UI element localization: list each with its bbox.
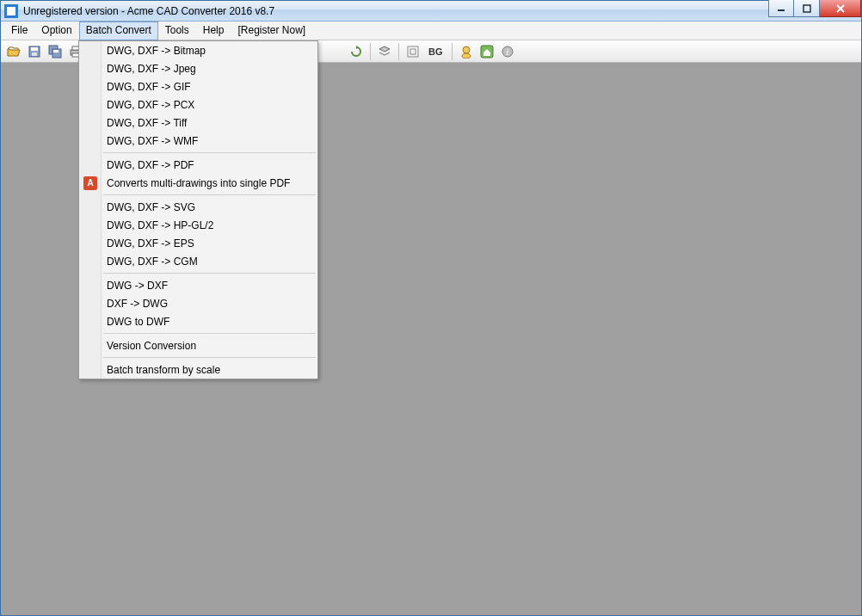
minimize-button[interactable] xyxy=(768,0,794,17)
dd-dwg-dxf-cgm[interactable]: DWG, DXF -> CGM xyxy=(79,252,317,270)
dd-dwg-dxf-tiff[interactable]: DWG, DXF -> Tiff xyxy=(79,114,317,132)
home-button[interactable] xyxy=(477,42,496,61)
layers-button[interactable] xyxy=(375,42,394,61)
app-icon xyxy=(4,4,18,18)
dropdown-separator xyxy=(103,152,316,153)
dd-multi-single-pdf[interactable]: Converts multi-drawings into single PDF xyxy=(79,174,317,192)
dd-dxf-dwg[interactable]: DXF -> DWG xyxy=(79,294,317,312)
floppy-icon xyxy=(28,45,41,59)
pdf-icon xyxy=(83,176,97,190)
dd-dwg-dxf-pcx[interactable]: DWG, DXF -> PCX xyxy=(79,95,317,114)
svg-point-16 xyxy=(462,53,471,59)
menu-file[interactable]: File xyxy=(4,22,34,40)
dd-batch-transform-scale[interactable]: Batch transform by scale xyxy=(79,360,317,379)
save-all-button[interactable] xyxy=(46,42,65,61)
menu-batch-convert[interactable]: Batch Convert xyxy=(79,22,158,40)
window-title: Unregistered version - Acme CAD Converte… xyxy=(23,5,274,17)
svg-point-15 xyxy=(463,46,470,53)
svg-rect-6 xyxy=(32,52,37,56)
refresh-button[interactable] xyxy=(347,42,366,61)
folder-open-icon xyxy=(7,45,21,59)
refresh-icon xyxy=(349,45,363,59)
dd-dwg-dxf[interactable]: DWG -> DXF xyxy=(79,276,317,294)
dropdown-separator xyxy=(103,194,316,195)
menu-option[interactable]: Option xyxy=(34,22,78,40)
svg-rect-5 xyxy=(31,47,38,51)
menu-register-now[interactable]: [Register Now] xyxy=(231,22,312,40)
dd-dwg-dxf-svg[interactable]: DWG, DXF -> SVG xyxy=(79,198,317,216)
home-icon xyxy=(480,45,494,59)
bg-button[interactable]: BG xyxy=(424,42,447,61)
toolbar-separator xyxy=(452,43,453,60)
dd-dwg-dxf-eps[interactable]: DWG, DXF -> EPS xyxy=(79,234,317,252)
menu-help[interactable]: Help xyxy=(196,22,231,40)
toolbar-separator xyxy=(370,43,371,60)
svg-rect-13 xyxy=(408,46,418,57)
window-controls xyxy=(768,1,861,21)
titlebar: Unregistered version - Acme CAD Converte… xyxy=(1,1,861,22)
save-button[interactable] xyxy=(25,42,44,61)
close-icon xyxy=(835,4,846,13)
dd-dwg-dxf-bitmap[interactable]: DWG, DXF -> Bitmap xyxy=(79,41,317,59)
app-window: Unregistered version - Acme CAD Converte… xyxy=(0,0,862,616)
bounds-button[interactable] xyxy=(403,42,422,61)
dd-dwg-dwf[interactable]: DWG to DWF xyxy=(79,312,317,330)
close-button[interactable] xyxy=(820,0,861,17)
svg-rect-9 xyxy=(53,50,58,52)
dropdown-separator xyxy=(103,357,316,358)
minimize-icon xyxy=(777,4,785,13)
svg-rect-14 xyxy=(410,49,416,54)
menubar: File Option Batch Convert Tools Help [Re… xyxy=(1,22,861,40)
floppy-multi-icon xyxy=(48,45,62,59)
user-button[interactable] xyxy=(457,42,476,61)
maximize-icon xyxy=(803,4,811,13)
penguin-icon xyxy=(459,45,473,59)
layers-icon xyxy=(378,45,391,59)
dd-dwg-dxf-jpeg[interactable]: DWG, DXF -> Jpeg xyxy=(79,59,317,77)
svg-rect-1 xyxy=(804,5,810,12)
maximize-button[interactable] xyxy=(794,0,820,17)
open-button[interactable] xyxy=(4,42,23,61)
dd-version-conversion[interactable]: Version Conversion xyxy=(79,336,317,354)
info-icon: i xyxy=(501,45,514,59)
batch-convert-dropdown: DWG, DXF -> Bitmap DWG, DXF -> Jpeg DWG,… xyxy=(78,40,318,379)
bounds-icon xyxy=(406,45,420,59)
menu-tools[interactable]: Tools xyxy=(158,22,196,40)
dd-dwg-dxf-wmf[interactable]: DWG, DXF -> WMF xyxy=(79,132,317,150)
dd-dwg-dxf-hpgl2[interactable]: DWG, DXF -> HP-GL/2 xyxy=(79,216,317,234)
svg-text:i: i xyxy=(506,47,508,57)
toolbar-separator xyxy=(398,43,399,60)
dropdown-separator xyxy=(103,273,316,274)
info-button[interactable]: i xyxy=(498,42,517,61)
dd-dwg-dxf-pdf[interactable]: DWG, DXF -> PDF xyxy=(79,156,317,174)
dd-dwg-dxf-gif[interactable]: DWG, DXF -> GIF xyxy=(79,77,317,95)
workspace: DWG, DXF -> Bitmap DWG, DXF -> Jpeg DWG,… xyxy=(1,63,861,615)
dropdown-separator xyxy=(103,333,316,334)
